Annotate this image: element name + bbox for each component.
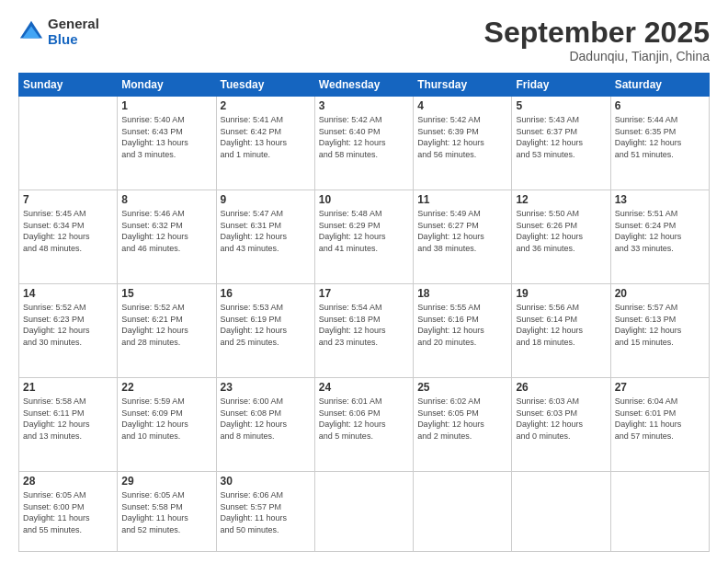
table-row: 18Sunrise: 5:55 AM Sunset: 6:16 PM Dayli… xyxy=(414,284,512,378)
table-row: 6Sunrise: 5:44 AM Sunset: 6:35 PM Daylig… xyxy=(610,97,709,190)
header-tuesday: Tuesday xyxy=(216,74,314,97)
day-info: Sunrise: 6:00 AM Sunset: 6:08 PM Dayligh… xyxy=(221,396,311,442)
table-row: 1Sunrise: 5:40 AM Sunset: 6:43 PM Daylig… xyxy=(118,97,216,190)
table-row xyxy=(19,97,118,190)
day-number: 18 xyxy=(417,287,507,300)
table-row: 16Sunrise: 5:53 AM Sunset: 6:19 PM Dayli… xyxy=(216,284,314,378)
calendar-week-row: 7Sunrise: 5:45 AM Sunset: 6:34 PM Daylig… xyxy=(19,190,710,284)
table-row: 9Sunrise: 5:47 AM Sunset: 6:31 PM Daylig… xyxy=(216,190,314,284)
weekday-header-row: Sunday Monday Tuesday Wednesday Thursday… xyxy=(19,74,710,97)
day-info: Sunrise: 6:02 AM Sunset: 6:05 PM Dayligh… xyxy=(417,396,507,442)
logo-general-text: General xyxy=(48,17,99,32)
day-info: Sunrise: 5:42 AM Sunset: 6:39 PM Dayligh… xyxy=(417,114,507,160)
day-info: Sunrise: 5:42 AM Sunset: 6:40 PM Dayligh… xyxy=(319,114,409,160)
table-row: 15Sunrise: 5:52 AM Sunset: 6:21 PM Dayli… xyxy=(118,284,216,378)
day-info: Sunrise: 5:40 AM Sunset: 6:43 PM Dayligh… xyxy=(121,114,211,160)
day-info: Sunrise: 6:01 AM Sunset: 6:06 PM Dayligh… xyxy=(319,396,409,442)
table-row xyxy=(314,472,413,552)
header-monday: Monday xyxy=(118,74,216,97)
day-number: 16 xyxy=(221,287,311,300)
table-row: 20Sunrise: 5:57 AM Sunset: 6:13 PM Dayli… xyxy=(610,284,709,378)
table-row: 29Sunrise: 6:05 AM Sunset: 5:58 PM Dayli… xyxy=(118,472,216,552)
logo: General Blue xyxy=(18,17,99,47)
table-row: 17Sunrise: 5:54 AM Sunset: 6:18 PM Dayli… xyxy=(314,284,413,378)
day-number: 2 xyxy=(221,99,311,112)
day-number: 4 xyxy=(417,99,507,112)
day-number: 14 xyxy=(23,287,113,300)
day-number: 25 xyxy=(417,381,507,394)
day-info: Sunrise: 5:52 AM Sunset: 6:23 PM Dayligh… xyxy=(23,302,113,348)
day-number: 19 xyxy=(516,287,606,300)
day-info: Sunrise: 5:51 AM Sunset: 6:24 PM Dayligh… xyxy=(615,208,705,254)
day-number: 28 xyxy=(23,475,113,488)
table-row xyxy=(414,472,512,552)
day-info: Sunrise: 5:49 AM Sunset: 6:27 PM Dayligh… xyxy=(417,208,507,254)
day-info: Sunrise: 6:05 AM Sunset: 6:00 PM Dayligh… xyxy=(23,489,113,535)
day-number: 22 xyxy=(121,381,211,394)
day-info: Sunrise: 5:50 AM Sunset: 6:26 PM Dayligh… xyxy=(516,208,606,254)
table-row: 25Sunrise: 6:02 AM Sunset: 6:05 PM Dayli… xyxy=(414,378,512,472)
table-row: 10Sunrise: 5:48 AM Sunset: 6:29 PM Dayli… xyxy=(314,190,413,284)
table-row: 14Sunrise: 5:52 AM Sunset: 6:23 PM Dayli… xyxy=(19,284,118,378)
day-number: 8 xyxy=(121,193,211,206)
day-number: 3 xyxy=(319,99,409,112)
day-info: Sunrise: 5:57 AM Sunset: 6:13 PM Dayligh… xyxy=(615,302,705,348)
day-info: Sunrise: 5:43 AM Sunset: 6:37 PM Dayligh… xyxy=(516,114,606,160)
calendar-week-row: 14Sunrise: 5:52 AM Sunset: 6:23 PM Dayli… xyxy=(19,284,710,378)
logo-blue-text: Blue xyxy=(48,32,99,48)
day-number: 27 xyxy=(615,381,705,394)
table-row: 12Sunrise: 5:50 AM Sunset: 6:26 PM Dayli… xyxy=(512,190,610,284)
calendar-week-row: 28Sunrise: 6:05 AM Sunset: 6:00 PM Dayli… xyxy=(19,472,710,552)
day-info: Sunrise: 5:52 AM Sunset: 6:21 PM Dayligh… xyxy=(121,302,211,348)
day-number: 5 xyxy=(516,99,606,112)
table-row: 28Sunrise: 6:05 AM Sunset: 6:00 PM Dayli… xyxy=(19,472,118,552)
calendar-week-row: 1Sunrise: 5:40 AM Sunset: 6:43 PM Daylig… xyxy=(19,97,710,190)
day-info: Sunrise: 6:05 AM Sunset: 5:58 PM Dayligh… xyxy=(121,489,211,535)
day-info: Sunrise: 5:54 AM Sunset: 6:18 PM Dayligh… xyxy=(319,302,409,348)
day-info: Sunrise: 5:59 AM Sunset: 6:09 PM Dayligh… xyxy=(121,396,211,442)
day-number: 7 xyxy=(23,193,113,206)
table-row xyxy=(610,472,709,552)
day-info: Sunrise: 5:48 AM Sunset: 6:29 PM Dayligh… xyxy=(319,208,409,254)
day-number: 9 xyxy=(221,193,311,206)
day-info: Sunrise: 5:55 AM Sunset: 6:16 PM Dayligh… xyxy=(417,302,507,348)
calendar-week-row: 21Sunrise: 5:58 AM Sunset: 6:11 PM Dayli… xyxy=(19,378,710,472)
day-info: Sunrise: 6:04 AM Sunset: 6:01 PM Dayligh… xyxy=(615,396,705,442)
day-info: Sunrise: 5:53 AM Sunset: 6:19 PM Dayligh… xyxy=(221,302,311,348)
day-info: Sunrise: 5:47 AM Sunset: 6:31 PM Dayligh… xyxy=(221,208,311,254)
table-row: 8Sunrise: 5:46 AM Sunset: 6:32 PM Daylig… xyxy=(118,190,216,284)
header-wednesday: Wednesday xyxy=(314,74,413,97)
table-row: 24Sunrise: 6:01 AM Sunset: 6:06 PM Dayli… xyxy=(314,378,413,472)
day-number: 1 xyxy=(121,99,211,112)
header-friday: Friday xyxy=(512,74,610,97)
day-number: 24 xyxy=(319,381,409,394)
header-saturday: Saturday xyxy=(610,74,709,97)
table-row: 22Sunrise: 5:59 AM Sunset: 6:09 PM Dayli… xyxy=(118,378,216,472)
title-block: September 2025 Dadunqiu, Tianjin, China xyxy=(484,17,710,63)
header: General Blue September 2025 Dadunqiu, Ti… xyxy=(18,17,710,63)
table-row: 26Sunrise: 6:03 AM Sunset: 6:03 PM Dayli… xyxy=(512,378,610,472)
table-row: 23Sunrise: 6:00 AM Sunset: 6:08 PM Dayli… xyxy=(216,378,314,472)
calendar-table: Sunday Monday Tuesday Wednesday Thursday… xyxy=(18,73,710,552)
day-info: Sunrise: 5:56 AM Sunset: 6:14 PM Dayligh… xyxy=(516,302,606,348)
table-row: 7Sunrise: 5:45 AM Sunset: 6:34 PM Daylig… xyxy=(19,190,118,284)
day-number: 29 xyxy=(121,475,211,488)
table-row xyxy=(512,472,610,552)
day-number: 26 xyxy=(516,381,606,394)
day-number: 30 xyxy=(221,475,311,488)
day-info: Sunrise: 5:45 AM Sunset: 6:34 PM Dayligh… xyxy=(23,208,113,254)
table-row: 11Sunrise: 5:49 AM Sunset: 6:27 PM Dayli… xyxy=(414,190,512,284)
day-number: 12 xyxy=(516,193,606,206)
table-row: 30Sunrise: 6:06 AM Sunset: 5:57 PM Dayli… xyxy=(216,472,314,552)
day-number: 13 xyxy=(615,193,705,206)
month-title: September 2025 xyxy=(484,17,710,49)
table-row: 13Sunrise: 5:51 AM Sunset: 6:24 PM Dayli… xyxy=(610,190,709,284)
header-thursday: Thursday xyxy=(414,74,512,97)
day-number: 21 xyxy=(23,381,113,394)
day-number: 10 xyxy=(319,193,409,206)
day-number: 20 xyxy=(615,287,705,300)
day-number: 23 xyxy=(221,381,311,394)
table-row: 4Sunrise: 5:42 AM Sunset: 6:39 PM Daylig… xyxy=(414,97,512,190)
table-row: 5Sunrise: 5:43 AM Sunset: 6:37 PM Daylig… xyxy=(512,97,610,190)
day-number: 11 xyxy=(417,193,507,206)
